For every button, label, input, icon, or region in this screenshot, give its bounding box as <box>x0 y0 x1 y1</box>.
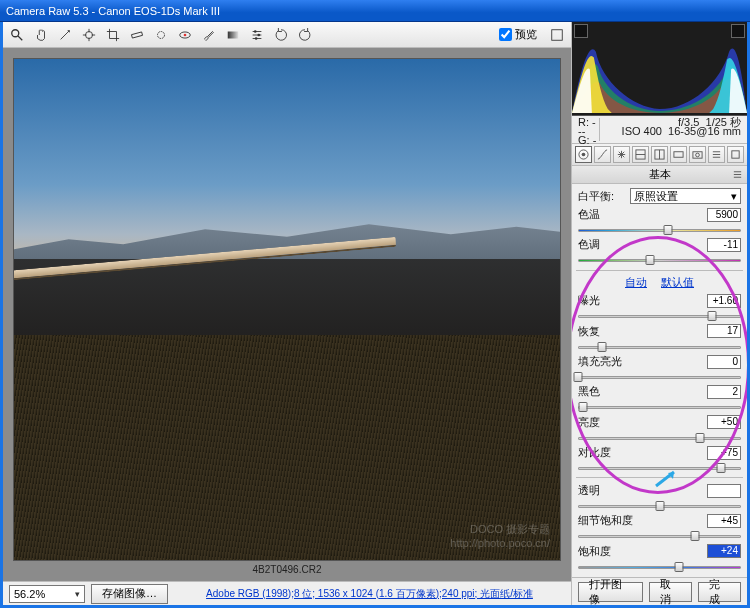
svg-point-20 <box>582 153 586 157</box>
window-title: Camera Raw 5.3 - Canon EOS-1Ds Mark III <box>6 0 220 21</box>
default-link[interactable]: 默认值 <box>661 275 694 290</box>
tab-camera[interactable] <box>689 146 706 163</box>
auto-link[interactable]: 自动 <box>625 275 647 290</box>
left-pane: 预览 DOCO 摄影专题 http://photo.poco.cn/ 4B2T0… <box>3 22 571 605</box>
fill-value[interactable]: 0 <box>707 355 741 369</box>
rotate-ccw-icon[interactable] <box>271 25 291 45</box>
client-area: 预览 DOCO 摄影专题 http://photo.poco.cn/ 4B2T0… <box>0 22 750 608</box>
photo-preview[interactable]: DOCO 摄影专题 http://photo.poco.cn/ <box>13 58 561 561</box>
recovery-slider[interactable] <box>578 342 741 349</box>
brush-tool-icon[interactable] <box>199 25 219 45</box>
tab-lens[interactable] <box>670 146 687 163</box>
wb-tool-icon[interactable] <box>55 25 75 45</box>
fill-label: 填充亮光 <box>578 354 626 369</box>
tab-basic[interactable] <box>575 146 592 163</box>
color-sampler-icon[interactable] <box>79 25 99 45</box>
preview-checkbox-input[interactable] <box>499 28 512 41</box>
tint-slider[interactable] <box>578 255 741 262</box>
tint-value[interactable]: -11 <box>707 238 741 252</box>
clarity-value[interactable] <box>707 484 741 498</box>
readout: R: --- G: --- B: --- f/3.5 1/25 秒 ISO 40… <box>572 116 747 144</box>
temp-value[interactable]: 5900 <box>707 208 741 222</box>
fill-slider[interactable] <box>578 372 741 379</box>
hand-tool-icon[interactable] <box>31 25 51 45</box>
contrast-label: 对比度 <box>578 445 626 460</box>
svg-point-0 <box>12 29 19 36</box>
recovery-label: 恢复 <box>578 324 626 339</box>
chevron-down-icon: ▾ <box>731 190 737 203</box>
panel-menu-icon[interactable] <box>732 169 743 180</box>
temp-slider[interactable] <box>578 225 741 232</box>
svg-rect-18 <box>552 29 563 40</box>
svg-point-2 <box>86 31 93 38</box>
open-image-button[interactable]: 打开图像 <box>578 582 643 602</box>
watermark: DOCO 摄影专题 http://photo.poco.cn/ <box>450 522 550 550</box>
tab-hsl[interactable] <box>632 146 649 163</box>
tab-detail[interactable] <box>613 146 630 163</box>
svg-rect-11 <box>228 31 239 38</box>
wb-select[interactable]: 原照设置 ▾ <box>630 188 741 204</box>
contrast-slider[interactable] <box>578 463 741 470</box>
redeye-tool-icon[interactable] <box>175 25 195 45</box>
spot-tool-icon[interactable] <box>151 25 171 45</box>
svg-rect-7 <box>131 31 142 37</box>
workflow-link[interactable]: Adobe RGB (1998);8 位; 1536 x 1024 (1.6 百… <box>174 587 565 601</box>
svg-rect-31 <box>732 151 739 158</box>
cancel-button[interactable]: 取消 <box>649 582 692 602</box>
exposure-slider[interactable] <box>578 311 741 318</box>
gradient-tool-icon[interactable] <box>223 25 243 45</box>
straighten-tool-icon[interactable] <box>127 25 147 45</box>
svg-point-27 <box>696 153 700 157</box>
tab-snapshots[interactable] <box>727 146 744 163</box>
fullscreen-icon[interactable] <box>547 25 567 45</box>
temp-label: 色温 <box>578 207 626 222</box>
wb-value: 原照设置 <box>634 189 678 204</box>
tab-curve[interactable] <box>594 146 611 163</box>
svg-point-10 <box>184 33 187 36</box>
panel-title: 基本 <box>572 166 747 184</box>
tint-label: 色调 <box>578 237 626 252</box>
status-bar: 56.2% ▾ 存储图像… Adobe RGB (1998);8 位; 1536… <box>3 581 571 605</box>
vibrance-label: 细节饱和度 <box>578 513 640 528</box>
contrast-value[interactable]: +75 <box>707 446 741 460</box>
tab-split[interactable] <box>651 146 668 163</box>
tab-strip <box>572 144 747 166</box>
black-label: 黑色 <box>578 384 626 399</box>
tab-presets[interactable] <box>708 146 725 163</box>
save-image-button[interactable]: 存储图像… <box>91 584 168 604</box>
exposure-value[interactable]: +1.60 <box>707 294 741 308</box>
toolbar: 预览 <box>3 22 571 48</box>
zoom-tool-icon[interactable] <box>7 25 27 45</box>
svg-point-15 <box>254 30 257 33</box>
zoom-dropdown[interactable]: 56.2% ▾ <box>9 585 85 603</box>
preview-checkbox[interactable]: 预览 <box>493 27 543 42</box>
crop-tool-icon[interactable] <box>103 25 123 45</box>
done-button[interactable]: 完成 <box>698 582 741 602</box>
black-slider[interactable] <box>578 402 741 409</box>
svg-point-8 <box>158 31 165 38</box>
histogram[interactable] <box>572 22 747 116</box>
prefs-icon[interactable] <box>247 25 267 45</box>
right-pane: R: --- G: --- B: --- f/3.5 1/25 秒 ISO 40… <box>571 22 747 605</box>
preview-label: 预览 <box>515 27 537 42</box>
bright-label: 亮度 <box>578 415 626 430</box>
bright-value[interactable]: +50 <box>707 415 741 429</box>
titlebar: Camera Raw 5.3 - Canon EOS-1Ds Mark III <box>0 0 750 22</box>
svg-point-16 <box>257 33 260 36</box>
vibrance-value[interactable]: +45 <box>707 514 741 528</box>
svg-line-1 <box>18 35 22 39</box>
svg-point-17 <box>255 37 258 40</box>
rotate-cw-icon[interactable] <box>295 25 315 45</box>
saturation-label: 饱和度 <box>578 544 626 559</box>
footer: 打开图像 取消 完成 <box>572 577 747 605</box>
recovery-value[interactable]: 17 <box>707 324 741 338</box>
vibrance-slider[interactable] <box>578 531 741 538</box>
bright-slider[interactable] <box>578 433 741 440</box>
image-area: DOCO 摄影专题 http://photo.poco.cn/ 4B2T0496… <box>3 48 571 581</box>
saturation-slider[interactable] <box>578 562 741 569</box>
exposure-label: 曝光 <box>578 293 626 308</box>
saturation-value[interactable]: +24 <box>707 544 741 558</box>
svg-rect-25 <box>674 152 683 158</box>
black-value[interactable]: 2 <box>707 385 741 399</box>
clarity-slider[interactable] <box>578 501 741 508</box>
